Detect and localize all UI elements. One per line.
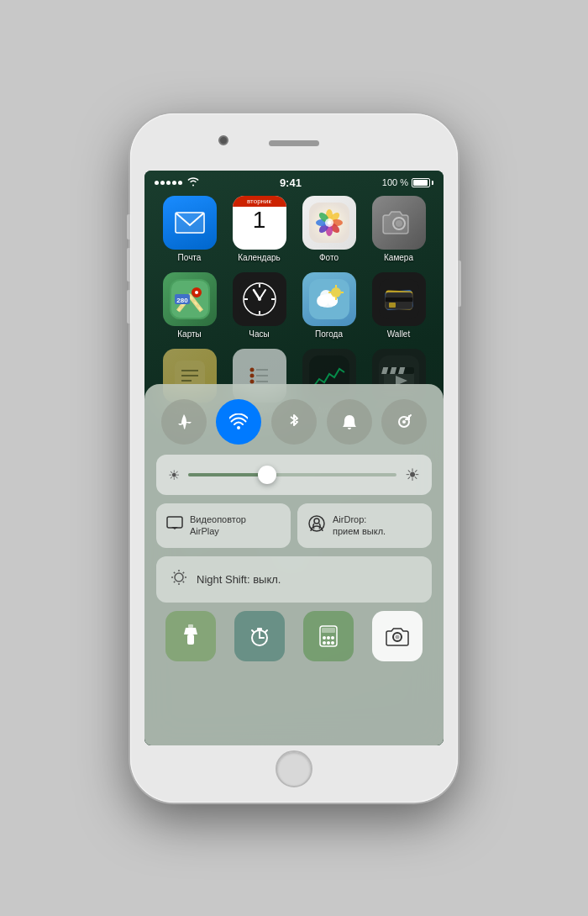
app-weather-label: Погода (315, 329, 343, 339)
airdrop-label: AirDrop:прием выкл. (333, 513, 386, 538)
brightness-slider-row[interactable]: ☀ ☀ (156, 455, 432, 495)
battery-percentage: 100 % (382, 177, 408, 187)
calendar-month: вторник (233, 196, 286, 207)
svg-line-77 (183, 571, 184, 572)
app-clock-label: Часы (249, 329, 269, 339)
svg-line-86 (252, 630, 254, 632)
signal-dot-3 (166, 181, 171, 185)
app-camera-icon[interactable] (372, 196, 426, 250)
phone-device: 9:41 100 % (130, 113, 458, 803)
svg-point-69 (314, 519, 319, 524)
app-photos-wrap[interactable]: Фото (297, 196, 360, 262)
front-camera (218, 135, 228, 145)
battery-tip (432, 181, 433, 185)
brightness-track[interactable] (188, 473, 396, 476)
svg-point-51 (249, 374, 254, 378)
app-photos-icon[interactable] (302, 196, 356, 250)
svg-rect-85 (257, 628, 262, 630)
night-shift-icon (170, 568, 188, 591)
signal-dot-5 (178, 181, 182, 185)
svg-point-63 (237, 426, 240, 429)
app-camera-wrap[interactable]: Камера (367, 196, 430, 262)
svg-line-87 (265, 630, 267, 632)
svg-point-93 (323, 641, 326, 645)
svg-point-97 (396, 634, 400, 639)
app-camera-label: Камера (384, 253, 413, 262)
app-wallet-wrap[interactable]: Wallet (367, 272, 430, 339)
timer-button[interactable] (234, 611, 285, 661)
status-time: 9:41 (280, 176, 302, 189)
home-button[interactable] (276, 750, 312, 787)
status-battery-area: 100 % (382, 177, 433, 187)
signal-dot-2 (160, 181, 165, 185)
app-calendar-wrap[interactable]: вторник 1 Календарь (228, 196, 291, 262)
svg-point-94 (327, 641, 330, 645)
svg-point-92 (331, 636, 334, 640)
night-shift-button[interactable]: Night Shift: выкл. (156, 556, 432, 603)
brightness-low-icon: ☀ (168, 467, 180, 483)
svg-point-33 (331, 287, 341, 297)
camera-quick-button[interactable] (372, 611, 423, 661)
svg-point-53 (249, 380, 254, 384)
control-center: ☀ ☀ (144, 384, 444, 745)
app-weather-wrap[interactable]: Погода (297, 272, 360, 339)
airdrop-button[interactable]: AirDrop:прием выкл. (297, 503, 432, 548)
volume-up-button[interactable] (127, 248, 130, 282)
wifi-status-icon (187, 176, 199, 189)
app-photos-label: Фото (319, 253, 339, 262)
app-wallet-icon[interactable] (372, 272, 426, 326)
airplay-button[interactable]: ВидеоповторAirPlay (156, 503, 291, 548)
brightness-fill (188, 473, 267, 476)
svg-point-13 (396, 220, 402, 227)
app-mail-wrap[interactable]: Почта (158, 196, 221, 262)
app-grid: Почта вторник 1 Календарь (155, 196, 433, 415)
rotation-lock-toggle[interactable] (381, 399, 427, 445)
svg-line-76 (183, 581, 184, 582)
app-maps-wrap[interactable]: 280 Карты (158, 272, 221, 339)
app-maps-icon[interactable]: 280 (163, 272, 217, 326)
svg-line-78 (174, 581, 175, 582)
silent-switch[interactable] (127, 214, 130, 240)
quick-actions-row (156, 611, 432, 661)
battery-icon (412, 178, 433, 187)
power-button[interactable] (458, 261, 461, 307)
calendar-day: 1 (253, 208, 266, 232)
calculator-button[interactable] (303, 611, 354, 661)
brightness-thumb[interactable] (258, 466, 276, 484)
wifi-toggle[interactable] (216, 399, 261, 445)
svg-point-11 (325, 218, 333, 227)
do-not-disturb-toggle[interactable] (327, 399, 372, 445)
svg-point-95 (331, 641, 334, 645)
app-maps-label: Карты (177, 329, 202, 339)
volume-down-button[interactable] (127, 290, 130, 324)
airdrop-icon (307, 514, 326, 537)
app-mail-icon[interactable] (163, 196, 217, 250)
flashlight-button[interactable] (165, 611, 216, 661)
svg-point-70 (175, 573, 183, 582)
app-clock-icon[interactable] (233, 272, 286, 326)
status-signal (155, 176, 199, 189)
signal-dot-4 (172, 181, 176, 185)
app-calendar-icon[interactable]: вторник 1 (233, 196, 286, 250)
svg-rect-43 (389, 303, 396, 308)
app-clock-wrap[interactable]: Часы (228, 272, 291, 339)
signal-dot-1 (155, 181, 159, 185)
earpiece-speaker (269, 140, 319, 146)
airplane-mode-toggle[interactable] (161, 399, 207, 445)
svg-point-18 (195, 291, 198, 294)
svg-point-49 (249, 368, 254, 372)
homescreen-background: 9:41 100 % (144, 171, 444, 745)
status-bar: 9:41 100 % (144, 171, 444, 194)
calendar-inner: вторник 1 (233, 196, 286, 250)
svg-text:280: 280 (176, 297, 188, 304)
app-wallet-label: Wallet (387, 329, 410, 339)
svg-point-91 (327, 636, 330, 640)
svg-line-75 (174, 571, 175, 572)
app-calendar-label: Календарь (238, 253, 280, 262)
brightness-high-icon: ☀ (405, 465, 420, 485)
bluetooth-toggle[interactable] (271, 399, 317, 445)
app-weather-icon[interactable] (302, 272, 356, 326)
svg-rect-89 (322, 628, 335, 633)
svg-point-27 (258, 297, 261, 301)
battery-body (412, 178, 430, 187)
